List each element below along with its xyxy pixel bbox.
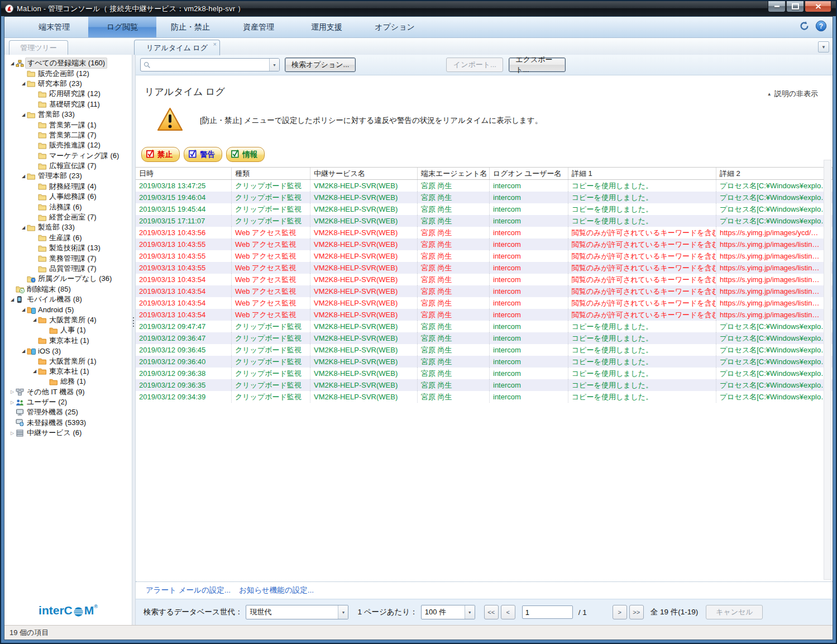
table-row[interactable]: 2019/03/13 10:43:54Web アクセス監視VM2K8-HELP-… xyxy=(136,309,833,321)
collapsed-arrow-icon[interactable]: ▷ xyxy=(9,389,16,394)
table-row[interactable]: 2019/03/12 09:36:40クリップボード監視VM2K8-HELP-S… xyxy=(136,356,833,368)
tree-item-4[interactable]: 基礎研究課 (11) xyxy=(4,99,132,109)
menu-item-2[interactable]: 防止・禁止 xyxy=(156,17,224,37)
column-header-2[interactable]: 中継サービス名 xyxy=(310,168,418,179)
tree-item-14[interactable]: 法務課 (6) xyxy=(4,202,132,212)
tree-item-7[interactable]: 営業第二課 (7) xyxy=(4,130,132,140)
prev-page-button[interactable]: < xyxy=(501,605,515,619)
tree-item-16[interactable]: ◢製造部 (33) xyxy=(4,222,132,232)
tree-item-8[interactable]: 販売推進課 (12) xyxy=(4,140,132,150)
tree-item-24[interactable]: ◢Android (5) xyxy=(4,304,132,314)
expanded-arrow-icon[interactable]: ◢ xyxy=(20,112,27,117)
table-row[interactable]: 2019/03/12 09:36:35クリップボード監視VM2K8-HELP-S… xyxy=(136,379,833,391)
table-row[interactable]: 2019/03/12 09:34:39クリップボード監視VM2K8-HELP-S… xyxy=(136,391,833,403)
table-row[interactable]: 2019/03/15 17:11:07クリップボード監視VM2K8-HELP-S… xyxy=(136,215,833,227)
expanded-arrow-icon[interactable]: ◢ xyxy=(20,225,27,230)
tab-management-tree[interactable]: 管理ツリー xyxy=(9,40,68,55)
table-row[interactable]: 2019/03/12 09:36:45クリップボード監視VM2K8-HELP-S… xyxy=(136,344,833,356)
alert-mail-settings-link[interactable]: アラート メールの設定... xyxy=(146,585,231,595)
table-row[interactable]: 2019/03/13 10:43:55Web アクセス監視VM2K8-HELP-… xyxy=(136,238,833,250)
tab-close-icon[interactable]: × xyxy=(213,41,217,47)
tree-item-31[interactable]: 総務 (1) xyxy=(4,376,132,387)
table-row[interactable]: 2019/03/12 09:36:47クリップボード監視VM2K8-HELP-S… xyxy=(136,332,833,344)
menu-item-5[interactable]: オプション xyxy=(361,17,429,37)
column-header-5[interactable]: 詳細 1 xyxy=(568,168,716,179)
collapsed-arrow-icon[interactable]: ▷ xyxy=(9,431,16,436)
expanded-arrow-icon[interactable]: ◢ xyxy=(20,307,27,312)
tree-item-26[interactable]: 人事 (1) xyxy=(4,325,132,335)
tree-item-6[interactable]: 営業第一課 (1) xyxy=(4,120,132,130)
expanded-arrow-icon[interactable]: ◢ xyxy=(31,317,38,322)
tree-item-1[interactable]: 販売企画部 (12) xyxy=(4,68,132,78)
expanded-arrow-icon[interactable]: ◢ xyxy=(31,369,38,374)
first-page-button[interactable]: << xyxy=(484,605,499,619)
column-header-4[interactable]: ログオン ユーザー名 xyxy=(490,168,568,179)
tree-item-20[interactable]: 品質管理課 (7) xyxy=(4,264,132,274)
tree-item-17[interactable]: 生産課 (6) xyxy=(4,233,132,243)
expanded-arrow-icon[interactable]: ◢ xyxy=(20,81,27,86)
tree-item-18[interactable]: 製造技術課 (13) xyxy=(4,243,132,253)
tab-realtime-log[interactable]: リアルタイム ログ × xyxy=(134,40,220,55)
expanded-arrow-icon[interactable]: ◢ xyxy=(9,297,16,302)
table-row[interactable]: 2019/03/12 09:36:38クリップボード監視VM2K8-HELP-S… xyxy=(136,368,833,379)
tree-item-33[interactable]: ▷ユーザー (2) xyxy=(4,397,132,407)
tree-item-34[interactable]: 管理外機器 (25) xyxy=(4,407,132,417)
table-row[interactable]: 2019/03/13 10:43:54Web アクセス監視VM2K8-HELP-… xyxy=(136,274,833,285)
menu-item-1[interactable]: ログ閲覧 xyxy=(88,17,156,37)
filter-button-2[interactable]: 情報 xyxy=(226,147,265,162)
table-row[interactable]: 2019/03/18 13:47:25クリップボード監視VM2K8-HELP-S… xyxy=(136,180,833,192)
panel-splitter[interactable] xyxy=(132,55,136,625)
tree-item-0[interactable]: ◢すべての登録端末 (160) xyxy=(4,58,132,68)
table-row[interactable]: 2019/03/13 10:43:55Web アクセス監視VM2K8-HELP-… xyxy=(136,250,833,262)
column-header-1[interactable]: 種類 xyxy=(232,168,310,179)
tree-item-9[interactable]: マーケティング課 (6) xyxy=(4,151,132,161)
search-options-button[interactable]: 検索オプション... xyxy=(285,58,356,72)
column-header-3[interactable]: 端末エージェント名 xyxy=(418,168,490,179)
tree-item-22[interactable]: ↻削除端末 (85) xyxy=(4,284,132,294)
expanded-arrow-icon[interactable]: ◢ xyxy=(9,61,16,66)
tree-item-23[interactable]: ◢モバイル機器 (8) xyxy=(4,294,132,304)
expanded-arrow-icon[interactable]: ◢ xyxy=(20,349,27,354)
tree-item-13[interactable]: 人事総務課 (6) xyxy=(4,192,132,202)
search-history-dropdown[interactable]: ▼ xyxy=(269,59,279,71)
menu-item-3[interactable]: 資産管理 xyxy=(224,17,293,37)
tree-item-28[interactable]: ◢iOS (3) xyxy=(4,346,132,356)
search-input[interactable] xyxy=(153,59,269,70)
last-page-button[interactable]: >> xyxy=(629,605,644,619)
export-button[interactable]: エクスポート... xyxy=(509,58,566,72)
tree-item-3[interactable]: 応用研究課 (12) xyxy=(4,89,132,99)
table-row[interactable]: 2019/03/13 10:43:55Web アクセス監視VM2K8-HELP-… xyxy=(136,262,833,274)
collapsed-arrow-icon[interactable]: ▷ xyxy=(9,400,16,405)
tree-item-36[interactable]: ▷中継サービス (6) xyxy=(4,428,132,438)
column-header-6[interactable]: 詳細 2 xyxy=(716,168,824,179)
expanded-arrow-icon[interactable]: ◢ xyxy=(20,174,27,179)
page-number-input[interactable] xyxy=(522,605,573,619)
tree-item-32[interactable]: ▷その他 IT 機器 (9) xyxy=(4,387,132,397)
table-row[interactable]: 2019/03/12 09:47:47クリップボード監視VM2K8-HELP-S… xyxy=(136,321,833,332)
next-page-button[interactable]: > xyxy=(613,605,627,619)
import-button[interactable]: インポート... xyxy=(446,58,503,72)
menu-item-0[interactable]: 端末管理 xyxy=(20,17,88,37)
hide-description-link[interactable]: ▲ 説明の非表示 xyxy=(767,89,818,99)
help-icon[interactable]: ? xyxy=(815,20,827,34)
filter-button-1[interactable]: 警告 xyxy=(184,147,222,162)
tree-item-35[interactable]: 未登録機器 (5393) xyxy=(4,418,132,428)
tree-item-5[interactable]: ◢営業部 (33) xyxy=(4,109,132,120)
tree-item-15[interactable]: 経営企画室 (7) xyxy=(4,212,132,222)
table-row[interactable]: 2019/03/15 19:46:04クリップボード監視VM2K8-HELP-S… xyxy=(136,192,833,203)
close-button[interactable] xyxy=(805,1,831,12)
db-generation-select[interactable]: 現世代 ▼ xyxy=(246,605,348,619)
maximize-button[interactable] xyxy=(786,1,804,12)
notification-settings-link[interactable]: お知らせ機能の設定... xyxy=(239,585,314,595)
tree-item-27[interactable]: 東京本社 (1) xyxy=(4,336,132,346)
tree-item-2[interactable]: ◢研究本部 (23) xyxy=(4,79,132,89)
tab-list-dropdown[interactable]: ▼ xyxy=(818,41,829,53)
per-page-select[interactable]: 100 件 ▼ xyxy=(421,605,475,619)
minimize-button[interactable] xyxy=(768,1,786,12)
column-header-0[interactable]: 日時 xyxy=(136,168,232,179)
tree-item-30[interactable]: ◢東京本社 (1) xyxy=(4,366,132,376)
tree-item-12[interactable]: 財務経理課 (4) xyxy=(4,182,132,192)
table-row[interactable]: 2019/03/15 19:45:44クリップボード監視VM2K8-HELP-S… xyxy=(136,203,833,215)
filter-button-0[interactable]: 禁止 xyxy=(141,147,180,162)
table-row[interactable]: 2019/03/13 10:43:54Web アクセス監視VM2K8-HELP-… xyxy=(136,285,833,297)
